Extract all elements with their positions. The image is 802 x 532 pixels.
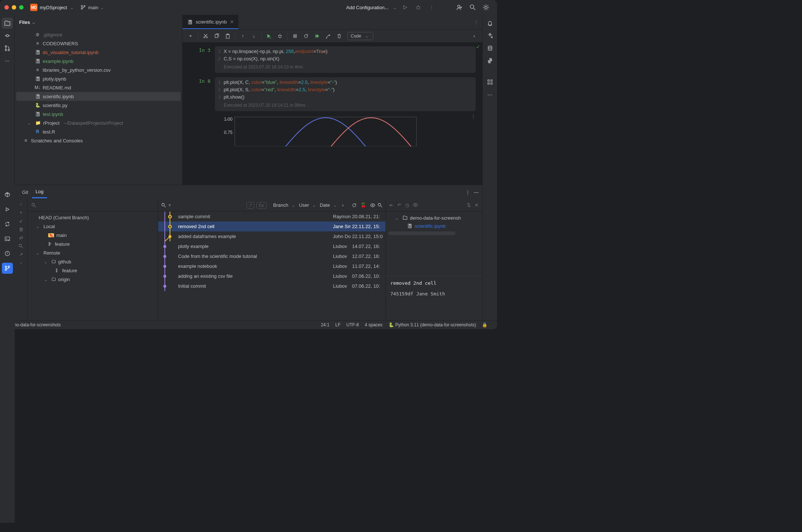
close-window-button[interactable] [4,5,9,10]
branches-search[interactable] [28,199,158,212]
debug-cell-button[interactable] [275,31,285,41]
chevron-down-icon[interactable]: ⌄ [70,5,74,10]
compare-icon[interactable]: ⇄ [19,235,23,241]
commit-row[interactable]: example notebookLiubov11.07.22, 14: [158,261,386,271]
details-folder[interactable]: ⌄ demo-data-for-screensh [386,214,482,222]
expand-list-icon[interactable]: › [20,260,22,266]
commit-list[interactable]: sample commitRaymond20.08.21, 21: remove… [158,212,386,320]
diff-icon[interactable]: ↗ [19,252,23,257]
editor-tab-scientific[interactable]: 📓 scientific.ipynb ✕ [182,15,238,29]
file--gitignore[interactable]: ⊘.gitignore [15,30,182,39]
more-right-icon[interactable]: ⋯ [485,89,496,100]
branch-filter[interactable]: Branch⌄ [273,202,297,208]
user-filter[interactable]: User⌄ [299,202,317,208]
panel-options-icon[interactable]: ⋮ [465,189,470,195]
sync-icon[interactable] [2,219,13,230]
collapse-icon[interactable]: ‹ [20,201,22,207]
copy-button[interactable] [212,31,222,41]
more-tools-button[interactable]: ⋯ [2,55,13,66]
move-down-button[interactable]: ↓ [249,31,259,41]
collab-icon[interactable] [454,2,465,13]
file-CODEOWNERS[interactable]: ≡CODEOWNERS [15,39,182,48]
maximize-window-button[interactable] [19,5,24,10]
cut-button[interactable] [200,31,211,41]
file-plotly-ipynb[interactable]: 📓plotly.ipynb [15,74,182,83]
find-icon[interactable] [18,244,24,249]
sb-encoding[interactable]: UTF-8 [347,322,359,327]
branch-feature[interactable]: feature [28,240,158,248]
history-icon[interactable]: ◷ [405,202,409,208]
code-cell[interactable]: 1plt.plot(X, C, color="blue", linewidth=… [215,77,476,111]
move-up-button[interactable]: ↑ [238,31,248,41]
checkout-icon[interactable]: ↙ [19,218,23,224]
cell-type-dropdown[interactable]: Code⌄ [347,32,373,40]
commit-row[interactable]: adding an existing csv fileLiubov07.06.2… [158,271,386,281]
commit-row[interactable]: Initial commitLiubov07.06.22, 10: [158,281,386,291]
branch-name[interactable]: main [88,5,98,10]
problems-icon[interactable] [2,248,13,259]
plugins-icon[interactable] [485,77,496,88]
prev-diff-icon[interactable]: ⇤ [390,202,394,208]
notebook-body[interactable]: ✓ In 3 1X = np.linspace(-np.pi, np.pi, 2… [182,43,482,185]
clear-outputs-button[interactable] [323,31,333,41]
local-group[interactable]: ⌄Local [28,222,158,231]
head-branch[interactable]: HEAD (Current Branch) [28,213,158,222]
paste-button[interactable] [223,31,233,41]
sb-indent[interactable]: 4 spaces [365,322,383,327]
refresh-icon[interactable] [352,203,357,208]
expand-icon[interactable]: › [469,31,479,41]
run-button[interactable] [400,2,410,13]
sb-lock-icon[interactable]: 🔒 [482,322,487,327]
more-icon[interactable]: ⋮ [426,2,437,13]
minimize-window-button[interactable] [12,5,16,10]
stop-button[interactable] [290,31,300,41]
pull-requests-button[interactable] [2,43,13,54]
sb-interpreter[interactable]: 🐍 Python 3.11 (demo-data-for-screenshots… [388,322,476,327]
services-icon[interactable] [2,189,13,200]
commit-row[interactable]: added dataframes exampleJohn Doe22.11.22… [158,231,386,241]
remote-group[interactable]: ⌄Remote [28,248,158,257]
chevron-down-icon[interactable]: ⌄ [32,19,36,25]
close-tab-icon[interactable]: ✕ [230,19,234,25]
commit-row[interactable]: removed 2nd cellJane Smith22.11.22, 15: [158,221,386,231]
commit-row[interactable]: Code from the scientific mode tutorialLi… [158,251,386,261]
file-test-r[interactable]: Rtest.R [15,127,182,136]
run-tool-icon[interactable] [2,204,13,215]
tab-log[interactable]: Log [32,186,47,198]
vcs-tool-button[interactable] [2,263,13,274]
expand-detail-icon[interactable]: ⇅ [467,202,471,208]
search-icon[interactable] [161,203,166,208]
sb-cursor-pos[interactable]: 24:1 [321,322,329,327]
add-icon[interactable]: + [19,210,22,215]
chevron-down-icon[interactable]: ⌄ [393,5,397,10]
branch-main[interactable]: 🔖main [28,231,158,240]
settings-icon[interactable] [481,2,491,13]
find-commit-icon[interactable] [377,203,383,208]
delete-cell-button[interactable] [334,31,344,41]
cherry-pick-icon[interactable]: 🍒 [361,202,366,208]
restart-kernel-button[interactable] [301,31,311,41]
details-file[interactable]: 📓 scientific.ipynb [386,222,482,230]
ai-assistant-icon[interactable] [485,30,496,41]
regex-toggle[interactable]: .* [246,202,254,209]
date-filter[interactable]: Date⌄ [320,202,338,208]
commit-row[interactable]: plotly exampleLiubov14.07.22, 16: [158,241,386,251]
eye-icon[interactable] [413,202,418,208]
commit-tool-button[interactable] [2,30,13,41]
code-cell[interactable]: 1X = np.linspace(-np.pi, np.pi, 256,endp… [215,46,476,73]
editor-options-icon[interactable]: ⋮ [470,15,482,29]
run-cell-button[interactable] [264,31,274,41]
notifications-icon[interactable] [485,18,496,29]
minimize-panel-icon[interactable]: — [474,189,479,195]
delete-branch-icon[interactable]: 🗑 [19,227,24,232]
scratches-node[interactable]: ≡Scratches and Consoles [15,136,182,145]
remote-branch-feature[interactable]: feature [28,266,158,275]
close-detail-icon[interactable]: ✕ [475,202,479,208]
terminal-icon[interactable] [2,233,13,244]
search-icon[interactable] [468,2,478,13]
horizontal-scrollbar[interactable] [388,231,455,235]
file-scientific-ipynb[interactable]: 📓scientific.ipynb [16,92,181,101]
output-options-icon[interactable]: ⋮ [471,113,476,119]
file-example-ipynb[interactable]: 📓example.ipynb [15,57,182,65]
project-name[interactable]: myDSproject [40,5,67,10]
